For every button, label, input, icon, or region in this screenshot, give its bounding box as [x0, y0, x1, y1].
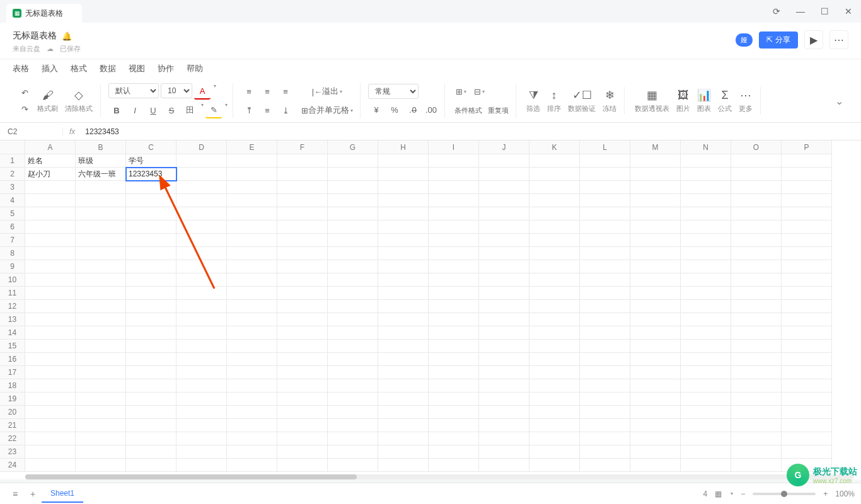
cell-F4[interactable]: [277, 194, 328, 207]
cell-G12[interactable]: [328, 300, 378, 313]
row-header-14[interactable]: 14: [0, 326, 25, 340]
cell-O10[interactable]: [731, 273, 782, 287]
cell-D23[interactable]: [176, 445, 227, 459]
cell-K2[interactable]: [529, 168, 580, 181]
cell-P23[interactable]: [782, 445, 832, 459]
cell-O18[interactable]: [731, 379, 782, 392]
cell-B14[interactable]: [76, 326, 126, 340]
collapse-ribbon-button[interactable]: ⌄: [829, 95, 850, 107]
cell-M14[interactable]: [630, 326, 681, 340]
cell-P11[interactable]: [782, 287, 832, 300]
document-title[interactable]: 无标题表格: [13, 30, 57, 42]
cell-B22[interactable]: [76, 432, 126, 445]
cell-N7[interactable]: [681, 234, 731, 247]
image-button[interactable]: 🖼图片: [674, 87, 693, 115]
cell-B6[interactable]: [76, 220, 126, 234]
row-header-9[interactable]: 9: [0, 260, 25, 273]
cell-E9[interactable]: [227, 260, 277, 273]
sheet-list-button[interactable]: ≡: [6, 489, 24, 499]
cell-G16[interactable]: [328, 353, 378, 366]
cell-I14[interactable]: [429, 326, 479, 340]
chevron-down-icon[interactable]: ▾: [214, 83, 216, 100]
cell-O23[interactable]: [731, 445, 782, 459]
horizontal-scrollbar[interactable]: [25, 474, 853, 479]
cell-B3[interactable]: [76, 181, 126, 194]
cell-M17[interactable]: [630, 366, 681, 379]
cell-N16[interactable]: [681, 353, 731, 366]
cell-A20[interactable]: [25, 406, 76, 419]
cell-A6[interactable]: [25, 220, 76, 234]
column-header-D[interactable]: D: [176, 140, 227, 154]
cell-J15[interactable]: [479, 340, 529, 353]
cell-D12[interactable]: [176, 300, 227, 313]
cell-O8[interactable]: [731, 247, 782, 260]
cell-P14[interactable]: [782, 326, 832, 340]
minimize-button[interactable]: —: [794, 6, 807, 16]
align-center-button[interactable]: ≡: [259, 83, 275, 100]
cell-A16[interactable]: [25, 353, 76, 366]
cell-B5[interactable]: [76, 207, 126, 220]
cell-N8[interactable]: [681, 247, 731, 260]
column-header-C[interactable]: C: [126, 140, 176, 154]
row-header-24[interactable]: 24: [0, 459, 25, 472]
cell-F6[interactable]: [277, 220, 328, 234]
sheet-tab[interactable]: Sheet1: [42, 485, 83, 503]
cell-I23[interactable]: [429, 445, 479, 459]
select-all-corner[interactable]: [0, 140, 25, 154]
cell-A5[interactable]: [25, 207, 76, 220]
cell-G1[interactable]: [328, 154, 378, 168]
cell-E2[interactable]: [227, 168, 277, 181]
cell-E10[interactable]: [227, 273, 277, 287]
cell-I24[interactable]: [429, 459, 479, 472]
cell-D15[interactable]: [176, 340, 227, 353]
cell-J23[interactable]: [479, 445, 529, 459]
cell-F5[interactable]: [277, 207, 328, 220]
cell-L16[interactable]: [580, 353, 630, 366]
cell-P16[interactable]: [782, 353, 832, 366]
cell-F2[interactable]: [277, 168, 328, 181]
cell-J21[interactable]: [479, 419, 529, 432]
cell-F17[interactable]: [277, 366, 328, 379]
cell-O19[interactable]: [731, 392, 782, 406]
cell-E18[interactable]: [227, 379, 277, 392]
cell-A22[interactable]: [25, 432, 76, 445]
cell-J3[interactable]: [479, 181, 529, 194]
row-header-15[interactable]: 15: [0, 340, 25, 353]
cell-A3[interactable]: [25, 181, 76, 194]
cell-L17[interactable]: [580, 366, 630, 379]
cell-P7[interactable]: [782, 234, 832, 247]
cell-C14[interactable]: [126, 326, 176, 340]
cell-C3[interactable]: [126, 181, 176, 194]
cell-I11[interactable]: [429, 287, 479, 300]
cell-B2[interactable]: 六年级一班: [76, 168, 126, 181]
chevron-down-icon[interactable]: ▾: [225, 102, 228, 118]
column-header-B[interactable]: B: [76, 140, 126, 154]
row-header-12[interactable]: 12: [0, 300, 25, 313]
insert-row-button[interactable]: ⊞▾: [453, 83, 469, 100]
cell-G11[interactable]: [328, 287, 378, 300]
cell-F12[interactable]: [277, 300, 328, 313]
cell-A13[interactable]: [25, 313, 76, 326]
scrollbar-thumb[interactable]: [25, 474, 357, 479]
column-header-G[interactable]: G: [328, 140, 378, 154]
cell-L3[interactable]: [580, 181, 630, 194]
cell-D20[interactable]: [176, 406, 227, 419]
cell-J14[interactable]: [479, 326, 529, 340]
cell-G20[interactable]: [328, 406, 378, 419]
cell-N10[interactable]: [681, 273, 731, 287]
cell-G23[interactable]: [328, 445, 378, 459]
cell-G21[interactable]: [328, 419, 378, 432]
cell-O5[interactable]: [731, 207, 782, 220]
cell-N4[interactable]: [681, 194, 731, 207]
cell-O7[interactable]: [731, 234, 782, 247]
cell-C17[interactable]: [126, 366, 176, 379]
cell-L10[interactable]: [580, 273, 630, 287]
cell-C10[interactable]: [126, 273, 176, 287]
cell-I10[interactable]: [429, 273, 479, 287]
cell-J13[interactable]: [479, 313, 529, 326]
cell-O4[interactable]: [731, 194, 782, 207]
cell-M21[interactable]: [630, 419, 681, 432]
cell-A9[interactable]: [25, 260, 76, 273]
cell-E1[interactable]: [227, 154, 277, 168]
italic-button[interactable]: I: [127, 102, 143, 118]
